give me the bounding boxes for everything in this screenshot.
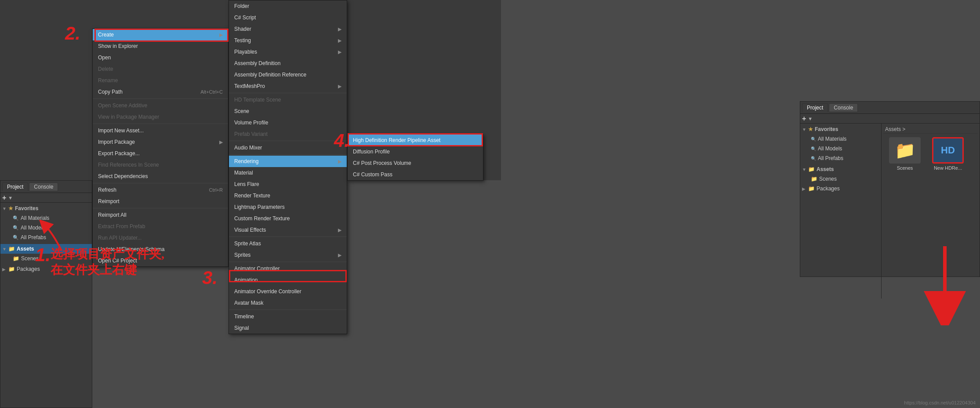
right-star-icon: ★ (808, 126, 813, 132)
ctx-create-audio-mixer[interactable]: Audio Mixer (229, 142, 347, 153)
right-tree-scenes[interactable]: 📁 Scenes (800, 174, 881, 184)
ctx-create-testing[interactable]: Testing ▶ (229, 35, 347, 46)
ctx-create-assembly-def-ref[interactable]: Assembly Definition Reference (229, 69, 347, 80)
ctx-create-timeline[interactable]: Timeline (229, 311, 347, 322)
ctx-create-volume-profile[interactable]: Volume Profile (229, 117, 347, 128)
textmeshpro-arrow: ▶ (338, 84, 341, 89)
refresh-shortcut: Ctrl+R (209, 187, 223, 193)
ctx-create-sprites[interactable]: Sprites ▶ (229, 249, 347, 261)
ctx-create-folder[interactable]: Folder (229, 0, 347, 12)
ctx-show-explorer[interactable]: Show in Explorer (93, 40, 228, 52)
left-panel-tab-bar: Project Console (0, 181, 92, 193)
ctx-import-new-asset[interactable]: Import New Asset... (93, 125, 228, 136)
ctx-create-lightmap-params[interactable]: Lightmap Parameters (229, 201, 347, 213)
assets-arrow: ▼ (2, 247, 7, 251)
ctx-create-lens-flare[interactable]: Lens Flare (229, 178, 347, 190)
ctx-refresh[interactable]: Refresh Ctrl+R (93, 184, 228, 196)
right-add-icon[interactable]: + (802, 115, 806, 123)
right-tab-project[interactable]: Project (802, 103, 828, 112)
sep-c (229, 154, 347, 155)
tree-item-all-materials[interactable]: 🔍 All Materials (0, 213, 92, 223)
ctx-create-animation[interactable]: Animation (229, 274, 347, 286)
left-panel-toolbar[interactable]: + ▼ (0, 193, 92, 203)
search-icon-models: 🔍 (13, 225, 19, 231)
ctx-create-material[interactable]: Material (229, 167, 347, 178)
context-menu-rendering: High Definition Render Pipeline Asset Di… (347, 134, 483, 181)
right-folder-packages: 📁 (808, 186, 815, 192)
ctx-reimport-all[interactable]: Reimport All (93, 209, 228, 221)
ctx-export-package[interactable]: Export Package... (93, 148, 228, 159)
copy-path-shortcut: Alt+Ctrl+C (200, 89, 223, 95)
file-scenes[interactable]: 📁 Scenes (885, 137, 925, 171)
ctx-create-assembly-def[interactable]: Assembly Definition (229, 58, 347, 69)
assets-icons-row: 📁 Scenes HD New HDRe... (883, 135, 978, 172)
left-tree-view: ▼ ★ Favorites 🔍 All Materials 🔍 All Mode… (0, 203, 92, 275)
right-panel-toolbar[interactable]: + ▼ (800, 114, 980, 124)
hdrp-icon: HD (932, 137, 964, 164)
ctx-create[interactable]: Create ▶ (93, 29, 228, 40)
ctx-custom-pass[interactable]: C# Custom Pass (348, 169, 483, 180)
ctx-create-signal[interactable]: Signal (229, 322, 347, 334)
ctx-open-csharp[interactable]: Open C# Project (93, 255, 228, 266)
ctx-create-scene[interactable]: Scene (229, 106, 347, 117)
ctx-create-shader[interactable]: Shader ▶ (229, 23, 347, 35)
folder-icon-scenes-big: 📁 (889, 137, 921, 164)
ctx-create-csharp[interactable]: C# Script (229, 12, 347, 23)
packages-arrow: ▶ (2, 267, 7, 272)
right-tree-all-materials[interactable]: 🔍 All Materials (800, 134, 881, 144)
sep-b (229, 141, 347, 141)
right-dropdown-arrow[interactable]: ▼ (808, 116, 813, 121)
separator-4 (93, 208, 228, 208)
sep-a (229, 93, 347, 93)
ctx-create-render-texture[interactable]: Render Texture (229, 190, 347, 201)
ctx-create-avatar-mask[interactable]: Avatar Mask (229, 297, 347, 309)
folder-glyph-scenes: 📁 (895, 141, 915, 160)
ctx-open[interactable]: Open (93, 52, 228, 63)
ctx-create-prefab-variant: Prefab Variant (229, 128, 347, 140)
ctx-open-scene-additive: Open Scene Additive (93, 100, 228, 111)
tree-item-all-prefabs[interactable]: 🔍 All Prefabs (0, 233, 92, 242)
ctx-hdrp-asset[interactable]: High Definition Render Pipeline Asset (348, 135, 483, 146)
separator-1 (93, 98, 228, 99)
add-icon[interactable]: + (2, 194, 6, 202)
right-tree-assets[interactable]: ▼ 📁 Assets (800, 164, 881, 174)
right-panel-content: Assets > 📁 Scenes HD (882, 124, 980, 299)
right-tab-console[interactable]: Console (829, 103, 858, 112)
right-panel-tab-bar: Project Console (800, 102, 980, 114)
separator-2 (93, 124, 228, 124)
ctx-reimport[interactable]: Reimport (93, 196, 228, 207)
dropdown-arrow-icon[interactable]: ▼ (8, 195, 13, 200)
file-hdrp[interactable]: HD New HDRe... (928, 137, 968, 171)
right-tree-packages[interactable]: ▶ 📁 Packages (800, 184, 881, 193)
right-tree-favorites[interactable]: ▼ ★ Favorites (800, 124, 881, 134)
folder-icon-assets: 📁 (8, 246, 15, 252)
tree-item-scenes[interactable]: 📁 Scenes (0, 254, 92, 263)
left-tab-console[interactable]: Console (29, 182, 58, 191)
right-tree-all-prefabs[interactable]: 🔍 All Prefabs (800, 153, 881, 163)
ctx-diffusion-profile[interactable]: Diffusion Profile (348, 146, 483, 157)
ctx-create-rendering[interactable]: Rendering ▶ (229, 156, 347, 167)
tree-item-packages[interactable]: ▶ 📁 Packages (0, 264, 92, 274)
ctx-create-visual-effects[interactable]: Visual Effects ▶ (229, 224, 347, 236)
tree-item-all-models[interactable]: 🔍 All Models (0, 223, 92, 233)
tree-item-assets[interactable]: ▼ 📁 Assets (0, 244, 92, 254)
search-icon-materials: 🔍 (13, 215, 19, 221)
ctx-select-dependencies[interactable]: Select Dependencies (93, 171, 228, 182)
tree-item-favorites[interactable]: ▼ ★ Favorites (0, 204, 92, 213)
ctx-update-uielements[interactable]: Update UIElements Schema (93, 244, 228, 255)
ctx-create-custom-render-texture[interactable]: Custom Render Texture (229, 213, 347, 224)
ctx-create-textmeshpro[interactable]: TextMeshPro ▶ (229, 80, 347, 92)
ctx-create-playables[interactable]: Playables ▶ (229, 46, 347, 58)
ctx-import-package[interactable]: Import Package ▶ (93, 136, 228, 148)
playables-arrow: ▶ (338, 49, 341, 55)
ctx-create-sprite-atlas[interactable]: Sprite Atlas (229, 238, 347, 249)
right-tree-all-models[interactable]: 🔍 All Models (800, 144, 881, 153)
ctx-copy-path[interactable]: Copy Path Alt+Ctrl+C (93, 86, 228, 98)
favorites-arrow: ▼ (2, 206, 7, 211)
sep-f (229, 310, 347, 310)
left-tab-project[interactable]: Project (2, 182, 28, 191)
ctx-create-animator-override[interactable]: Animator Override Controller (229, 286, 347, 297)
ctx-post-process-volume[interactable]: C# Post Process Volume (348, 157, 483, 169)
right-folder-scenes: 📁 (811, 176, 817, 182)
ctx-create-animator-ctrl[interactable]: Animator Controller (229, 263, 347, 274)
